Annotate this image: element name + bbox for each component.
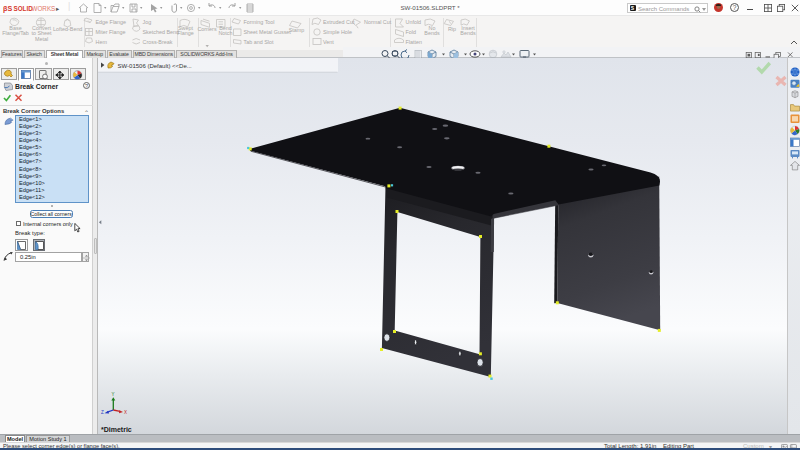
svg-text:X: X <box>124 410 127 415</box>
svg-text:Z: Z <box>101 410 104 415</box>
svg-text:Y: Y <box>111 392 114 397</box>
svg-text:WORKS: WORKS <box>32 5 56 12</box>
svg-text:βS: βS <box>3 4 12 13</box>
svg-text:SOLID: SOLID <box>14 5 34 12</box>
svg-text:SW-01506 (Default) <<De...: SW-01506 (Default) <<De... <box>117 63 192 69</box>
svg-text:*Dimetric: *Dimetric <box>101 426 132 433</box>
